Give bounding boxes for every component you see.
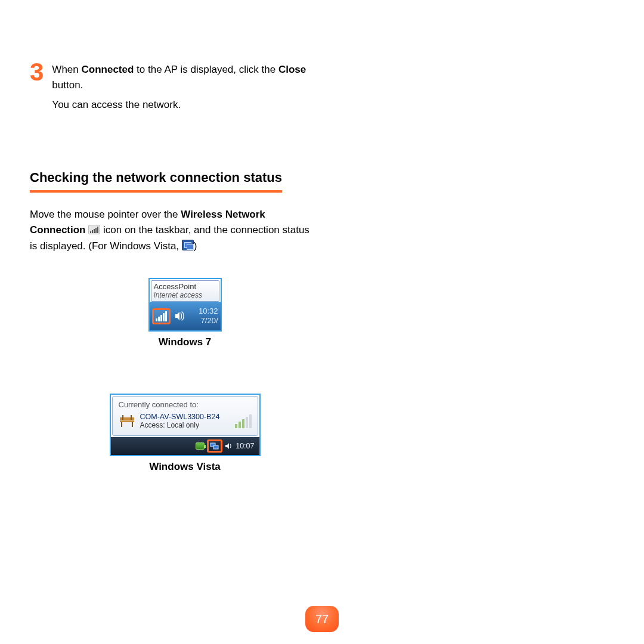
step-text-fragment: to the AP is displayed, click the — [134, 64, 278, 75]
numbered-step: 3 When Connected to the AP is displayed,… — [30, 60, 310, 116]
paragraph-fragment: Move the mouse pointer over the — [30, 209, 181, 220]
svg-rect-7 — [121, 422, 122, 427]
clock-time: 10:32 — [199, 306, 218, 316]
svg-rect-1 — [92, 230, 93, 233]
svg-rect-6 — [120, 420, 134, 422]
svg-rect-10 — [131, 415, 132, 420]
svg-rect-0 — [90, 231, 91, 233]
tooltip-network-name: AccessPoint — [154, 282, 216, 291]
volume-icon[interactable] — [225, 442, 233, 450]
step-number: 3 — [30, 60, 44, 116]
vista-network-icon — [182, 240, 194, 250]
volume-icon[interactable] — [174, 311, 185, 321]
figure-caption: Windows 7 — [159, 336, 212, 348]
tray-clock[interactable]: 10:32 7/20/ — [199, 306, 218, 325]
svg-rect-5 — [120, 417, 134, 420]
vista-network-popup: Currently connected to: COM-AV-SWL3300-B… — [112, 396, 258, 436]
svg-rect-12 — [213, 445, 218, 449]
step-text-fragment: When — [52, 64, 81, 75]
popup-header: Currently connected to: — [119, 400, 252, 409]
svg-rect-3 — [95, 228, 97, 233]
vista-access-label: Access: Local only — [140, 421, 220, 429]
vista-network-row: COM-AV-SWL3300-B24 Access: Local only — [119, 413, 252, 429]
network-icon[interactable] — [207, 439, 222, 453]
step-text-bold: Close — [278, 64, 306, 75]
step-text: When Connected to the AP is displayed, c… — [52, 60, 310, 116]
figure-windows7: AccessPoint Internet access 10:32 7/20/ — [30, 278, 340, 348]
paragraph-fragment: ) — [194, 240, 197, 252]
battery-icon[interactable] — [196, 442, 205, 450]
vista-network-name: COM-AV-SWL3300-B24 — [140, 413, 220, 421]
wireless-signal-icon — [88, 225, 100, 234]
section-heading: Checking the network connection status — [30, 170, 282, 193]
win7-network-tooltip: AccessPoint Internet access — [151, 280, 219, 302]
clock-date: 7/20/ — [199, 316, 218, 326]
step-text-bold: Connected — [82, 64, 134, 75]
tooltip-network-status: Internet access — [154, 291, 216, 299]
step-followup-text: You can access the network. — [52, 97, 310, 113]
win7-tray-screenshot: AccessPoint Internet access 10:32 7/20/ — [148, 278, 222, 332]
section-paragraph: Move the mouse pointer over the Wireless… — [30, 207, 310, 254]
svg-rect-9 — [122, 415, 123, 420]
svg-rect-2 — [94, 229, 95, 233]
tray-clock[interactable]: 10:07 — [236, 442, 254, 450]
svg-rect-8 — [132, 422, 133, 427]
step-text-fragment: button. — [52, 79, 83, 91]
vista-taskbar-tray: 10:07 — [111, 437, 259, 455]
win7-taskbar-tray: 10:32 7/20/ — [150, 302, 221, 330]
figure-caption: Windows Vista — [149, 461, 221, 473]
signal-strength-icon — [235, 414, 252, 428]
vista-tray-screenshot: Currently connected to: COM-AV-SWL3300-B… — [110, 394, 261, 456]
park-bench-icon — [119, 414, 135, 428]
page-number-badge: 77 — [305, 606, 339, 632]
wireless-signal-icon[interactable] — [152, 308, 171, 324]
figure-windows-vista: Currently connected to: COM-AV-SWL3300-B… — [30, 372, 340, 473]
svg-rect-4 — [97, 227, 98, 233]
